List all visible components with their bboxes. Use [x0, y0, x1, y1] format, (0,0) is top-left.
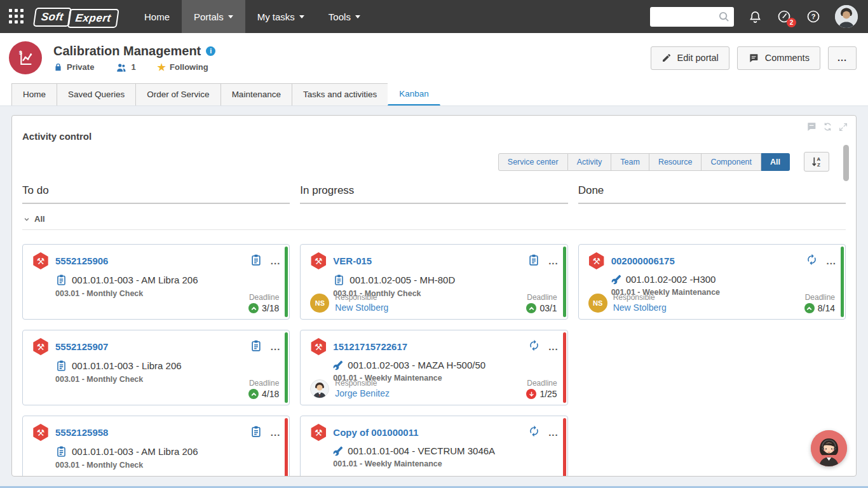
tab-saved-queries[interactable]: Saved Queries — [57, 83, 136, 105]
tab-home[interactable]: Home — [11, 83, 57, 105]
card-top-action[interactable] — [250, 254, 262, 269]
card-title-link[interactable]: 5552125958 — [55, 427, 108, 438]
group-toggle-all[interactable]: All — [22, 214, 846, 224]
following-toggle[interactable]: ★ Following — [158, 62, 208, 72]
clipboard-icon — [55, 274, 67, 286]
info-icon[interactable]: i — [206, 46, 215, 56]
nav-portals[interactable]: Portals — [182, 0, 245, 33]
panel-comment-icon[interactable] — [806, 121, 817, 132]
card-top-action[interactable] — [527, 254, 540, 269]
search-icon[interactable] — [718, 11, 730, 23]
monitoring-gauge-icon[interactable]: 2 — [776, 9, 792, 24]
expand-icon[interactable] — [838, 122, 848, 132]
tab-kanban[interactable]: Kanban — [388, 83, 440, 105]
nav-my-tasks[interactable]: My tasks — [245, 0, 316, 33]
notifications-bell-icon[interactable] — [748, 10, 763, 24]
card-title-link[interactable]: 5552125907 — [55, 341, 108, 352]
activity-hammer-icon: ⚒ — [310, 424, 327, 441]
deadline-label: Deadline — [248, 293, 279, 302]
card-top-action[interactable] — [806, 254, 818, 268]
edit-portal-button[interactable]: Edit portal — [651, 46, 729, 70]
panel-title: Activity control — [22, 131, 846, 142]
activity-hammer-icon: ⚒ — [588, 252, 605, 269]
svg-text:$: $ — [19, 50, 22, 56]
wrench-icon — [333, 360, 343, 370]
kanban-card[interactable]: ⚒ VER-015 ... 001.01.02-005 - MH-80D 003… — [300, 244, 567, 320]
card-menu-button[interactable]: ... — [548, 258, 559, 264]
sort-button[interactable]: AZ — [804, 152, 829, 172]
softexpert-logo[interactable]: Soft Expert — [33, 6, 120, 28]
deadline-value: 1/25 — [539, 389, 557, 399]
panel-scrollbar-thumb[interactable] — [843, 145, 849, 181]
avatar-initials: NS — [588, 294, 607, 313]
kanban-card[interactable]: ⚒ 5552125958 ... 001.01.01-003 - AM Libr… — [22, 416, 290, 477]
card-status-bar — [563, 247, 566, 317]
filter-team[interactable]: Team — [611, 153, 649, 171]
responsible-name-link[interactable]: New Stolberg — [335, 302, 388, 313]
column-title-done: Done — [578, 184, 846, 204]
deadline-block: Deadline 4/18 — [248, 379, 279, 399]
filter-service-center[interactable]: Service center — [498, 153, 568, 171]
column-headers: To doIn progressDone — [22, 184, 846, 204]
clipboard-icon — [333, 274, 345, 286]
kanban-card[interactable]: ⚒ 002000006175 ... 001.01.02-002 -H300 0… — [578, 244, 846, 320]
comments-button[interactable]: Comments — [737, 46, 820, 70]
card-item-row: 001.01.01-003 - Libra 206 — [55, 360, 280, 372]
card-menu-button[interactable]: ... — [548, 430, 559, 436]
card-title-link[interactable]: VER-015 — [333, 255, 372, 266]
kanban-card[interactable]: ⚒ 5552125906 ... 001.01.01-003 - AM Libr… — [22, 244, 290, 320]
card-top-action[interactable] — [528, 425, 540, 440]
deadline-up-icon — [804, 303, 815, 313]
deadline-up-icon — [248, 389, 259, 399]
kanban-card[interactable]: ⚒ 5552125907 ... 001.01.01-003 - Libra 2… — [22, 330, 290, 405]
filter-activity[interactable]: Activity — [568, 153, 612, 171]
deadline-down-icon — [526, 389, 536, 399]
responsible-name-link[interactable]: New Stolberg — [613, 302, 667, 313]
nav-tools[interactable]: Tools — [316, 0, 372, 33]
tab-tasks-and-activities[interactable]: Tasks and activities — [292, 83, 388, 105]
card-item-text: 001.01.01-003 - AM Libra 206 — [72, 274, 198, 285]
deadline-label: Deadline — [249, 476, 279, 477]
filter-component[interactable]: Component — [702, 153, 761, 171]
card-menu-button[interactable]: ... — [271, 430, 281, 436]
card-title-link[interactable]: Copy of 001000011 — [333, 427, 418, 438]
card-menu-button[interactable]: ... — [826, 258, 836, 264]
card-activity: 003.01 - Monthly Check — [55, 461, 280, 470]
card-title-link[interactable]: 15121715722617 — [333, 341, 407, 352]
kanban-card[interactable]: ⚒ 15121715722617 ... 001.01.02-003 - MAZ… — [300, 330, 567, 405]
card-title-link[interactable]: 002000006175 — [611, 255, 675, 266]
activity-hammer-icon: ⚒ — [32, 424, 49, 441]
kanban-card[interactable]: ⚒ Copy of 001000011 ... 001.01.01-004 - … — [300, 416, 567, 477]
card-top-action[interactable] — [528, 339, 540, 354]
filter-resource[interactable]: Resource — [649, 153, 702, 171]
card-title-link[interactable]: 5552125906 — [55, 255, 108, 266]
deadline-value: 03/1 — [539, 303, 557, 313]
user-avatar[interactable] — [835, 5, 858, 28]
responsible-name-link[interactable]: Jorge Benitez — [335, 388, 390, 398]
card-top-action[interactable] — [250, 339, 262, 355]
logo-expert: Expert — [67, 9, 119, 28]
responsible-block: NS Responsible New Stolberg — [588, 293, 667, 313]
card-menu-button[interactable]: ... — [271, 258, 281, 264]
activity-control-panel: Activity control Service centerActivityT… — [11, 115, 857, 477]
members-count[interactable]: 1 — [116, 62, 135, 72]
card-menu-button[interactable]: ... — [548, 344, 559, 350]
clipboard-icon — [250, 425, 262, 438]
app-grid-icon[interactable] — [9, 9, 24, 24]
refresh-icon[interactable] — [822, 121, 833, 132]
support-chat-widget[interactable] — [811, 430, 847, 466]
card-menu-button[interactable]: ... — [271, 344, 281, 350]
clipboard-icon — [250, 339, 262, 352]
filter-all[interactable]: All — [761, 153, 790, 171]
deadline-label: Deadline — [248, 379, 279, 388]
tab-maintenance[interactable]: Maintenance — [220, 83, 292, 105]
chevron-down-icon — [22, 215, 31, 224]
card-item-text: 001.01.01-003 - AM Libra 206 — [72, 446, 198, 457]
help-icon[interactable]: ? — [806, 9, 821, 24]
card-top-action[interactable] — [250, 425, 262, 440]
nav-home[interactable]: Home — [132, 0, 182, 33]
panel-corner-actions — [806, 121, 848, 132]
tab-order-of-service[interactable]: Order of Service — [135, 83, 220, 105]
more-options-button[interactable]: ... — [828, 46, 857, 70]
clipboard-icon — [55, 360, 67, 372]
